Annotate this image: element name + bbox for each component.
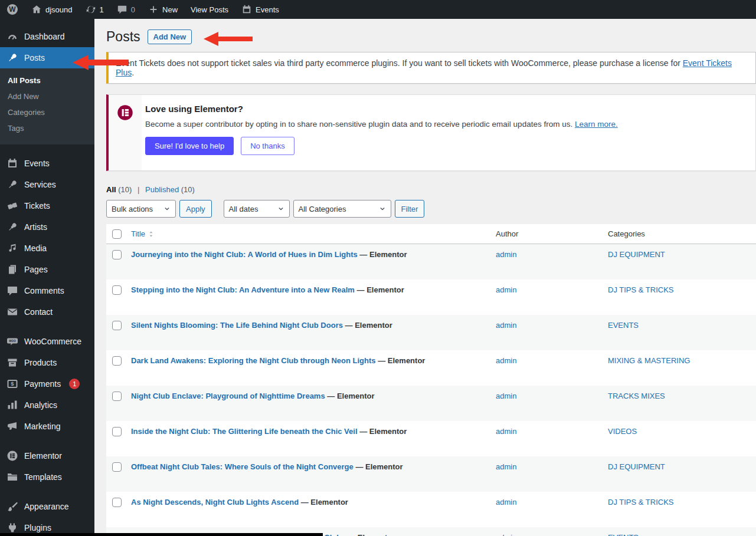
post-title-link[interactable]: Dark Land Awakens: Exploring the Night C… [131, 356, 376, 365]
sidebar-item-woocommerce[interactable]: WOOWooCommerce [0, 331, 94, 352]
category-link[interactable]: DJ EQUIPMENT [608, 462, 665, 471]
sidebar-item-dashboard[interactable]: Dashboard [0, 26, 94, 47]
author-link[interactable]: admin [496, 285, 516, 294]
row-checkbox[interactable] [112, 321, 122, 330]
sidebar-item-marketing[interactable]: Marketing [0, 416, 94, 437]
row-checkbox[interactable] [112, 250, 122, 259]
sidebar-item-comments[interactable]: Comments [0, 280, 94, 301]
category-link[interactable]: DJ EQUIPMENT [608, 250, 665, 259]
site-name: djsound [45, 5, 73, 14]
posts-table: Title Author Categories Journeying into … [106, 224, 756, 536]
author-link[interactable]: admin [496, 462, 516, 471]
author-link[interactable]: admin [496, 427, 516, 436]
post-title-link[interactable]: As Night Descends, Night Club Lights Asc… [131, 498, 299, 507]
filter-all[interactable]: All [106, 185, 116, 194]
post-title-link[interactable]: Stepping into the Night Club: An Adventu… [131, 285, 355, 294]
chevron-down-icon [276, 204, 286, 213]
post-title-link[interactable]: Inside the Night Club: The Glittering Li… [131, 427, 358, 436]
sidebar-item-label: Products [24, 358, 57, 367]
sidebar-item-payments[interactable]: $Payments1 [0, 373, 94, 394]
elementor-decline-button[interactable]: No thanks [241, 137, 294, 155]
category-link[interactable]: DJ TIPS & TRICKS [608, 498, 674, 507]
row-checkbox[interactable] [112, 356, 122, 366]
category-link[interactable]: TRACKS MIXES [608, 392, 665, 400]
products-icon [6, 357, 18, 369]
category-link[interactable]: MIXING & MASTERING [608, 356, 690, 365]
post-title-link[interactable]: Offbeat Night Club Tales: Where Souls of… [131, 462, 354, 471]
sidebar-item-label: Pages [24, 265, 48, 274]
sidebar-item-elementor[interactable]: Elementor [0, 445, 94, 466]
events-menu[interactable]: Events [235, 0, 286, 19]
sidebar-item-artists[interactable]: Artists [0, 216, 94, 238]
sidebar-item-label: Media [24, 244, 47, 253]
new-content-menu[interactable]: New [142, 0, 184, 19]
row-checkbox[interactable] [112, 285, 122, 295]
add-new-button[interactable]: Add New [148, 29, 192, 44]
post-state-label: — Elementor [301, 498, 348, 507]
author-link[interactable]: admin [496, 321, 516, 330]
admin-bar: W djsound 1 0 New View Posts Events [0, 0, 756, 19]
row-checkbox[interactable] [112, 498, 122, 507]
sidebar-item-services[interactable]: Services [0, 174, 94, 195]
categories-filter-select[interactable]: All Categories [293, 200, 391, 218]
post-state-label: — Elementor [359, 427, 407, 436]
sidebar-item-templates[interactable]: Templates [0, 466, 94, 488]
category-link[interactable]: DJ TIPS & TRICKS [608, 285, 674, 294]
select-all-checkbox[interactable] [112, 229, 122, 239]
sidebar-item-label: Events [24, 159, 50, 168]
row-checkbox[interactable] [112, 427, 122, 436]
updates-menu[interactable]: 1 [79, 0, 110, 19]
updates-count: 1 [100, 5, 104, 14]
apply-button[interactable]: Apply [179, 200, 212, 218]
wordpress-menu[interactable]: W [0, 0, 25, 19]
plugins-icon [6, 522, 18, 534]
submenu-item-all-posts[interactable]: All Posts [0, 73, 94, 88]
author-link[interactable]: admin [496, 498, 516, 507]
post-title-link[interactable]: Night Club Enclave: Playground of Nightt… [131, 392, 325, 400]
sidebar-item-label: WooCommerce [24, 337, 81, 346]
table-row: Silent Nights Blooming: The Life Behind … [106, 315, 756, 350]
learn-more-link[interactable]: Learn more. [575, 120, 618, 129]
author-link[interactable]: admin [496, 250, 516, 259]
submenu-item-categories[interactable]: Categories [0, 104, 94, 120]
comments-menu[interactable]: 0 [110, 0, 142, 19]
dates-filter-select[interactable]: All dates [224, 200, 290, 218]
category-link[interactable]: EVENTS [608, 533, 639, 536]
sidebar-item-events[interactable]: Events [0, 153, 94, 174]
post-title-link[interactable]: Journeying into the Night Club: A World … [131, 250, 358, 259]
author-link[interactable]: admin [496, 356, 516, 365]
filter-published[interactable]: Published [145, 185, 179, 194]
sort-by-title[interactable]: Title [131, 229, 155, 239]
submenu-item-tags[interactable]: Tags [0, 120, 94, 136]
category-link[interactable]: EVENTS [608, 321, 639, 330]
plus-icon [148, 4, 159, 15]
categories-column-header: Categories [608, 229, 756, 238]
event-tickets-notice: Event Tickets does not support ticket sa… [106, 52, 756, 84]
filter-button[interactable]: Filter [395, 200, 425, 218]
sidebar-item-pages[interactable]: Pages [0, 259, 94, 280]
post-state-label: — Elementor [359, 250, 407, 259]
sidebar-item-label: Payments [24, 379, 61, 389]
sidebar-item-contact[interactable]: Contact [0, 301, 94, 323]
posts-submenu: All PostsAdd NewCategoriesTags [0, 68, 94, 144]
media-icon [6, 242, 18, 254]
sidebar-item-analytics[interactable]: Analytics [0, 394, 94, 416]
sidebar-item-tickets[interactable]: Tickets [0, 195, 94, 216]
elementor-logo-icon [116, 104, 134, 121]
site-name-menu[interactable]: djsound [25, 0, 79, 19]
row-checkbox[interactable] [112, 392, 122, 401]
sidebar-item-products[interactable]: Products [0, 352, 94, 373]
author-link[interactable]: admin [496, 533, 516, 536]
post-title-link[interactable]: Silent Nights Blooming: The Life Behind … [131, 321, 343, 330]
submenu-item-add-new[interactable]: Add New [0, 88, 94, 104]
sidebar-item-label: Comments [24, 286, 64, 295]
author-link[interactable]: admin [496, 392, 516, 400]
sidebar-item-media[interactable]: Media [0, 238, 94, 259]
elementor-accept-button[interactable]: Sure! I'd love to help [145, 137, 234, 155]
category-link[interactable]: VIDEOS [608, 427, 637, 436]
sidebar-item-posts[interactable]: Posts [0, 47, 94, 68]
view-posts-menu[interactable]: View Posts [184, 0, 235, 19]
bulk-actions-select[interactable]: Bulk actions [106, 200, 176, 218]
row-checkbox[interactable] [112, 462, 122, 472]
sidebar-item-appearance[interactable]: Appearance [0, 496, 94, 517]
